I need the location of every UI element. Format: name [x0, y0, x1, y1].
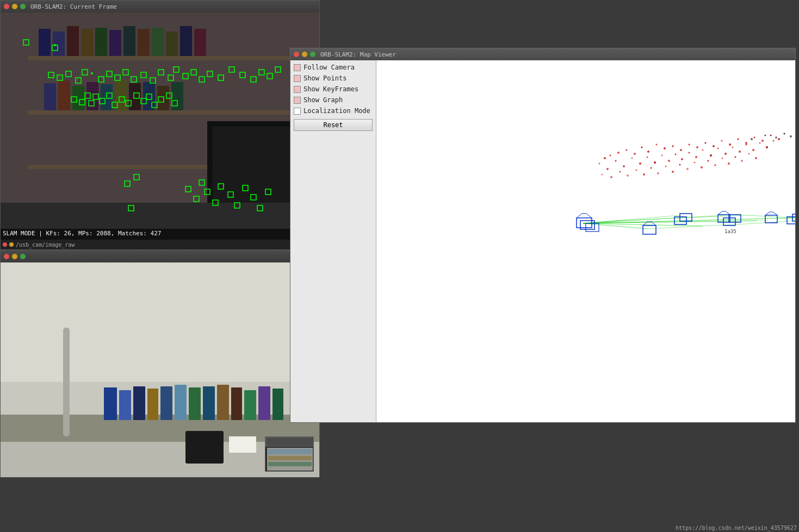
camera-topic-text: /usb_cam/image_raw	[16, 242, 75, 248]
show-graph-checkbox[interactable]	[294, 97, 301, 104]
svg-point-156	[681, 158, 683, 160]
follow-camera-row: Follow Camera	[294, 62, 373, 72]
svg-point-150	[639, 162, 641, 165]
map-viewer-window: ORB-SLAM2: Map Viewer Follow Camera Show…	[290, 48, 796, 423]
minimize-dot2[interactable]	[12, 254, 17, 259]
svg-point-187	[728, 162, 730, 165]
svg-rect-59	[71, 97, 77, 102]
svg-rect-86	[234, 203, 240, 208]
svg-rect-113	[229, 436, 256, 453]
svg-point-174	[636, 170, 637, 171]
svg-rect-52	[218, 75, 224, 80]
svg-point-136	[713, 145, 715, 147]
svg-point-129	[656, 144, 658, 146]
svg-point-138	[729, 143, 731, 146]
svg-rect-67	[119, 97, 125, 102]
svg-point-172	[620, 171, 621, 173]
svg-point-123	[610, 155, 611, 157]
mini-thumbnail-window	[265, 436, 314, 472]
svg-point-165	[746, 144, 747, 146]
svg-point-135	[705, 142, 707, 144]
svg-rect-32	[48, 72, 54, 78]
svg-point-144	[778, 138, 780, 140]
show-graph-row: Show Graph	[294, 95, 373, 105]
svg-rect-112	[185, 431, 224, 464]
status-dot1	[3, 242, 7, 247]
url-bar: https://blog.csdn.net/weixin_43579627	[673, 524, 799, 532]
svg-rect-55	[251, 77, 256, 82]
svg-point-130	[664, 147, 666, 149]
svg-rect-116	[267, 438, 313, 446]
svg-rect-101	[133, 386, 145, 420]
maximize-dot2[interactable]	[20, 254, 26, 259]
svg-rect-81	[199, 180, 205, 185]
show-keyframes-checkbox[interactable]	[294, 86, 301, 93]
map-minimize-dot[interactable]	[302, 52, 307, 57]
svg-point-124	[617, 152, 620, 154]
svg-rect-72	[152, 102, 157, 108]
svg-rect-49	[191, 70, 196, 75]
svg-point-193	[765, 135, 766, 136]
map-3d-area[interactable]: 1a35	[376, 60, 795, 422]
svg-rect-69	[134, 93, 139, 98]
svg-text:1a35: 1a35	[724, 229, 736, 234]
svg-rect-106	[203, 386, 215, 420]
svg-point-148	[623, 165, 625, 167]
svg-point-132	[680, 149, 682, 151]
svg-point-163	[732, 147, 734, 148]
camera-view: SLAM MODE | KFs: 26, MPs: 2088, Matches:…	[1, 12, 319, 249]
svg-rect-90	[265, 189, 271, 195]
close-dot2[interactable]	[4, 254, 9, 259]
follow-camera-checkbox[interactable]	[294, 64, 301, 71]
map-visualization: 1a35	[376, 60, 795, 422]
svg-rect-88	[251, 195, 256, 200]
svg-rect-83	[213, 200, 218, 205]
show-points-label: Show Points	[304, 74, 346, 82]
svg-rect-111	[272, 389, 283, 420]
svg-point-31	[54, 44, 56, 46]
show-keyframes-label: Show KeyFrames	[304, 85, 358, 93]
svg-point-175	[643, 173, 645, 176]
svg-rect-33	[57, 75, 63, 80]
map-close-dot[interactable]	[294, 52, 299, 57]
close-dot[interactable]	[4, 4, 9, 9]
svg-rect-53	[229, 67, 234, 72]
svg-point-167	[759, 142, 761, 144]
localization-mode-label: Localization Mode	[304, 107, 370, 115]
svg-point-188	[735, 157, 736, 158]
svg-rect-119	[268, 456, 312, 460]
minimize-dot[interactable]	[12, 4, 17, 9]
svg-point-173	[627, 174, 629, 177]
localization-mode-row: Localization Mode	[294, 106, 373, 116]
svg-rect-40	[115, 75, 120, 80]
svg-rect-62	[89, 101, 94, 106]
svg-point-181	[686, 168, 689, 170]
svg-point-159	[702, 149, 704, 151]
svg-point-149	[631, 158, 633, 159]
reset-button[interactable]: Reset	[294, 119, 373, 131]
svg-rect-110	[258, 386, 270, 420]
maximize-dot[interactable]	[20, 4, 26, 9]
svg-point-168	[766, 146, 768, 148]
map-maximize-dot[interactable]	[310, 52, 315, 57]
svg-rect-109	[244, 390, 256, 420]
svg-point-183	[701, 166, 703, 168]
svg-rect-89	[257, 205, 263, 211]
localization-mode-checkbox[interactable]	[294, 108, 301, 115]
svg-point-162	[724, 153, 727, 155]
svg-rect-103	[160, 386, 172, 420]
map-viewer-content: Follow Camera Show Points Show KeyFrames…	[290, 60, 795, 422]
show-points-checkbox[interactable]	[294, 75, 301, 82]
svg-point-180	[679, 164, 681, 166]
svg-point-146	[606, 168, 609, 170]
svg-point-196	[790, 135, 792, 137]
slam-status-text: SLAM MODE | KFs: 26, MPs: 2088, Matches:…	[3, 230, 161, 237]
svg-point-179	[672, 171, 674, 173]
svg-point-125	[626, 149, 628, 151]
svg-rect-73	[158, 97, 164, 102]
svg-rect-43	[141, 72, 146, 78]
svg-rect-48	[183, 73, 188, 79]
svg-point-170	[602, 174, 603, 176]
svg-rect-118	[268, 449, 312, 454]
svg-point-171	[610, 176, 612, 178]
